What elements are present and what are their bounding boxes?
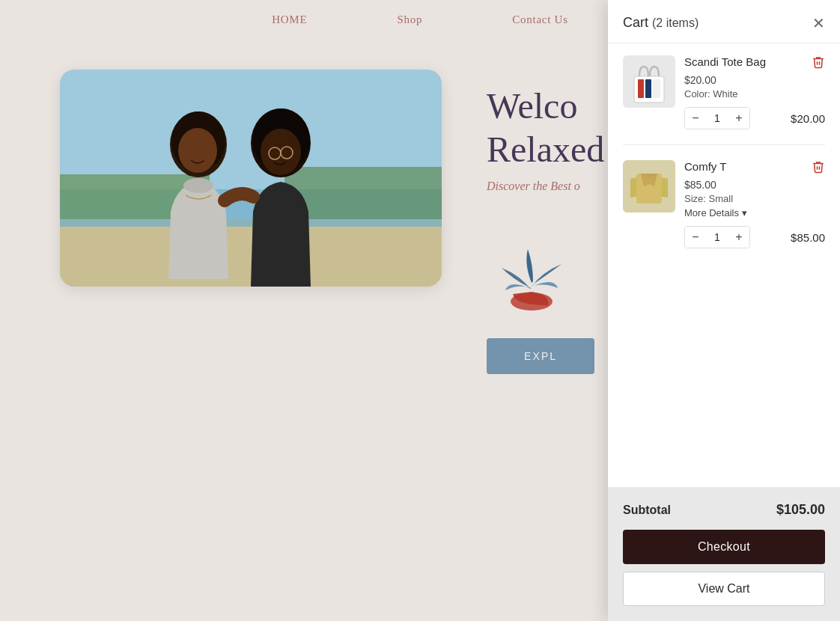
svg-rect-22 xyxy=(638,79,644,98)
item-attr-shirt: Size: Small xyxy=(684,193,825,204)
qty-increase-tote[interactable]: + xyxy=(728,108,749,129)
qty-value-tote: 1 xyxy=(706,112,728,124)
qty-value-shirt: 1 xyxy=(706,231,728,243)
cart-item: Scandi Tote Bag $20.00 Color: xyxy=(623,55,825,145)
cart-footer: Subtotal $105.00 Checkout View Cart xyxy=(608,487,840,621)
subtotal-row: Subtotal $105.00 xyxy=(623,502,825,518)
item-image-shirt xyxy=(623,160,675,212)
cart-item-count: (2 items) xyxy=(652,16,699,29)
item-name-shirt: Comfy T xyxy=(684,160,726,173)
item-total-shirt: $85.00 xyxy=(791,231,825,244)
item-price-tote: $20.00 xyxy=(684,74,825,86)
page-overlay xyxy=(0,0,608,621)
cart-panel: Cart (2 items) ✕ xyxy=(608,0,840,621)
qty-decrease-shirt[interactable]: − xyxy=(685,227,706,248)
subtotal-amount: $105.00 xyxy=(776,502,825,518)
cart-title: Cart (2 items) xyxy=(623,15,699,31)
item-total-tote: $20.00 xyxy=(791,112,825,125)
cart-close-button[interactable]: ✕ xyxy=(812,16,825,31)
qty-control-tote: − 1 + xyxy=(684,107,750,129)
view-cart-button[interactable]: View Cart xyxy=(623,572,825,606)
cart-header: Cart (2 items) ✕ xyxy=(608,0,840,43)
cart-title-text: Cart xyxy=(623,15,648,30)
qty-row-tote: − 1 + $20.00 xyxy=(684,107,825,129)
delete-item-shirt-button[interactable] xyxy=(812,160,825,176)
item-image-tote xyxy=(623,55,675,108)
cart-items-list: Scandi Tote Bag $20.00 Color: xyxy=(608,43,840,487)
item-name-tote: Scandi Tote Bag xyxy=(684,55,766,68)
item-details-tote: Scandi Tote Bag $20.00 Color: xyxy=(684,55,825,129)
qty-control-shirt: − 1 + xyxy=(684,226,750,248)
checkout-button[interactable]: Checkout xyxy=(623,530,825,564)
cart-item: Comfy T $85.00 Size: xyxy=(623,160,825,263)
subtotal-label: Subtotal xyxy=(623,504,671,517)
qty-increase-shirt[interactable]: + xyxy=(728,227,749,248)
more-details-button[interactable]: More Details ▾ xyxy=(684,207,825,218)
svg-rect-24 xyxy=(653,79,660,98)
qty-row-shirt: − 1 + $85.00 xyxy=(684,226,825,248)
item-price-shirt: $85.00 xyxy=(684,179,825,191)
svg-rect-23 xyxy=(645,79,651,98)
delete-item-tote-button[interactable] xyxy=(812,55,825,71)
item-details-shirt: Comfy T $85.00 Size: xyxy=(684,160,825,248)
item-attr-tote: Color: White xyxy=(684,88,825,100)
qty-decrease-tote[interactable]: − xyxy=(685,108,706,129)
